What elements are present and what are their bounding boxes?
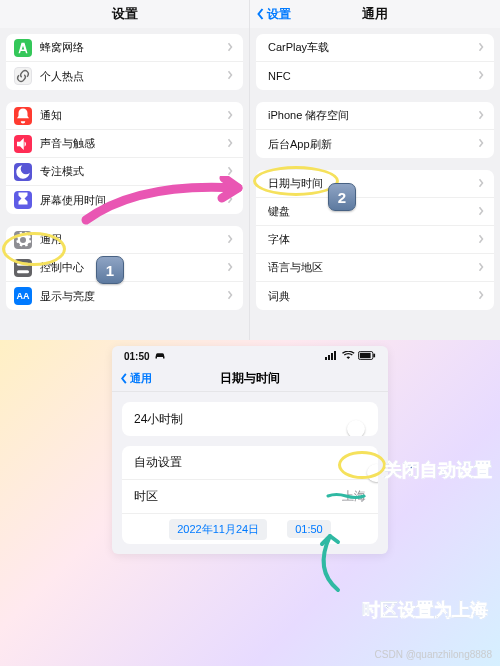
row-label: 词典 <box>268 289 290 304</box>
general-title: 设置 通用 <box>250 0 500 28</box>
chevron-right-icon <box>478 178 484 190</box>
aa-icon: AA <box>14 287 32 305</box>
settings-root-title: 设置 <box>0 0 249 28</box>
svg-rect-0 <box>17 262 29 265</box>
gear-icon <box>14 231 32 249</box>
row-language-region[interactable]: 语言与地区 <box>256 254 494 282</box>
battery-icon <box>358 351 376 362</box>
row-label: 键盘 <box>268 204 290 219</box>
row-display-brightness[interactable]: AA 显示与亮度 <box>6 282 243 310</box>
chevron-right-icon <box>478 138 484 150</box>
svg-rect-5 <box>334 351 336 360</box>
wifi-icon <box>342 351 355 362</box>
chevron-right-icon <box>227 166 233 178</box>
back-to-general[interactable]: 通用 <box>120 371 152 386</box>
svg-rect-7 <box>360 352 371 357</box>
switches-icon <box>14 259 32 277</box>
chevron-right-icon <box>478 234 484 246</box>
chevron-right-icon <box>478 110 484 122</box>
row-label: NFC <box>268 70 291 82</box>
settings-general-column: 设置 通用 CarPlay车载 NFC iPhone 储存空间 后台App刷新 … <box>250 0 500 340</box>
time-chip[interactable]: 01:50 <box>287 520 331 538</box>
row-label: 自动设置 <box>134 454 182 471</box>
row-timezone[interactable]: 时区 上海 <box>122 480 378 514</box>
row-background-refresh[interactable]: 后台App刷新 <box>256 130 494 158</box>
chevron-right-icon <box>478 290 484 302</box>
row-nfc[interactable]: NFC <box>256 62 494 90</box>
signal-icon <box>325 351 339 362</box>
annotation-badge-1: 1 <box>96 256 124 284</box>
chevron-right-icon <box>227 138 233 150</box>
svg-rect-1 <box>17 270 29 273</box>
row-label: 控制中心 <box>40 260 84 275</box>
svg-rect-2 <box>325 357 327 360</box>
row-label: 通知 <box>40 108 62 123</box>
carplay-icon <box>154 351 166 362</box>
row-date-time[interactable]: 日期与时间 <box>256 170 494 198</box>
chevron-right-icon <box>478 262 484 274</box>
row-control-center[interactable]: 控制中心 <box>6 254 243 282</box>
bell-icon <box>14 107 32 125</box>
svg-rect-8 <box>373 353 375 357</box>
row-auto-set: 自动设置 <box>122 446 378 480</box>
status-time: 01:50 <box>124 351 150 362</box>
chevron-right-icon <box>478 42 484 54</box>
general-group-0: CarPlay车载 NFC <box>256 34 494 90</box>
row-label: 显示与亮度 <box>40 289 95 304</box>
row-label: 通用 <box>40 232 62 247</box>
hourglass-icon <box>14 191 32 209</box>
back-label: 通用 <box>130 371 152 386</box>
row-cellular[interactable]: 蜂窝网络 <box>6 34 243 62</box>
back-label: 设置 <box>267 6 291 23</box>
row-screentime[interactable]: 屏幕使用时间 <box>6 186 243 214</box>
chevron-right-icon <box>227 110 233 122</box>
chevron-right-icon <box>227 262 233 274</box>
datetime-group-24h: 24小时制 <box>122 402 378 436</box>
chevron-right-icon <box>478 70 484 82</box>
speaker-icon <box>14 135 32 153</box>
settings-group-general: 通用 控制中心 AA 显示与亮度 <box>6 226 243 310</box>
svg-rect-3 <box>328 355 330 360</box>
back-to-settings[interactable]: 设置 <box>256 6 291 23</box>
row-iphone-storage[interactable]: iPhone 储存空间 <box>256 102 494 130</box>
datetime-header: 通用 日期与时间 <box>112 366 388 392</box>
datetime-group-auto: 自动设置 时区 上海 2022年11月24日 01:50 <box>122 446 378 544</box>
row-label: 日期与时间 <box>268 176 323 191</box>
row-keyboard[interactable]: 键盘 <box>256 198 494 226</box>
watermark: CSDN @quanzhilong8888 <box>375 649 492 660</box>
row-notifications[interactable]: 通知 <box>6 102 243 130</box>
svg-rect-4 <box>331 353 333 360</box>
moon-icon <box>14 163 32 181</box>
annotation-text-set-shanghai: 时区设置为上海 <box>362 598 488 622</box>
row-focus[interactable]: 专注模式 <box>6 158 243 186</box>
row-label: 语言与地区 <box>268 260 323 275</box>
datetime-phone-screenshot: 01:50 通用 日期与时间 24小时制 自动设置 <box>112 346 388 554</box>
annotation-badge-2: 2 <box>328 183 356 211</box>
row-label: 屏幕使用时间 <box>40 193 106 208</box>
settings-group-network: 蜂窝网络 个人热点 <box>6 34 243 90</box>
row-carplay[interactable]: CarPlay车载 <box>256 34 494 62</box>
row-label: 时区 <box>134 488 158 505</box>
row-personal-hotspot[interactable]: 个人热点 <box>6 62 243 90</box>
row-label: 专注模式 <box>40 164 84 179</box>
status-bar: 01:50 <box>112 346 388 366</box>
antenna-icon <box>14 39 32 57</box>
row-label: 个人热点 <box>40 69 84 84</box>
general-group-2: 日期与时间 键盘 字体 语言与地区 词典 <box>256 170 494 310</box>
row-label: 后台App刷新 <box>268 137 332 152</box>
link-icon <box>14 67 32 85</box>
chevron-right-icon <box>478 206 484 218</box>
row-date-time-picker: 2022年11月24日 01:50 <box>122 514 378 544</box>
chevron-right-icon <box>227 42 233 54</box>
row-dictionary[interactable]: 词典 <box>256 282 494 310</box>
row-general[interactable]: 通用 <box>6 226 243 254</box>
page-title: 通用 <box>362 5 388 23</box>
row-sound-haptics[interactable]: 声音与触感 <box>6 130 243 158</box>
row-label: 24小时制 <box>134 411 183 428</box>
row-24hour: 24小时制 <box>122 402 378 436</box>
timezone-value: 上海 <box>342 488 366 505</box>
chevron-right-icon <box>227 194 233 206</box>
row-fonts[interactable]: 字体 <box>256 226 494 254</box>
date-chip[interactable]: 2022年11月24日 <box>169 519 267 540</box>
row-label: 蜂窝网络 <box>40 40 84 55</box>
